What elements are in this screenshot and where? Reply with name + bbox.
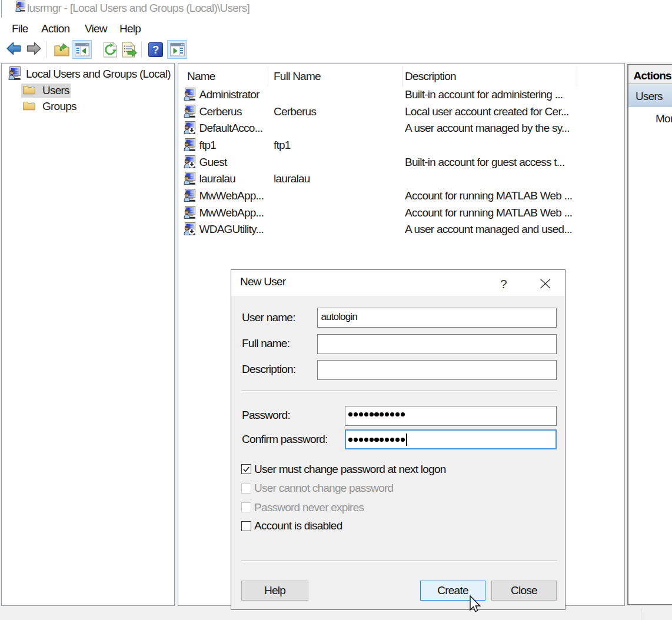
svg-text:?: ? <box>152 44 159 56</box>
